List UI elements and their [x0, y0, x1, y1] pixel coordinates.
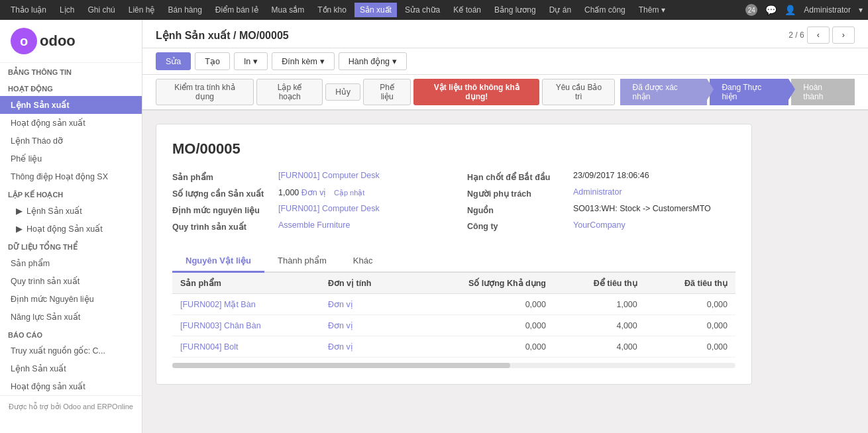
expand-icon-2: ▶ [16, 224, 23, 234]
print-button[interactable]: In ▾ [234, 52, 268, 70]
notification-badge[interactable]: 24 [745, 4, 757, 16]
sidebar-item-lenh-thao-do[interactable]: Lệnh Tháo dỡ [0, 132, 142, 150]
value-san-pham[interactable]: [FURN001] Computer Desk [278, 171, 380, 180]
label-cong-ty: Công ty [467, 220, 573, 231]
schedule-button[interactable]: Lập kế hoạch [256, 79, 323, 105]
status-step-done[interactable]: Hoàn thành [791, 79, 855, 105]
col-so-luong-kd: Số lượng Khả dụng [411, 273, 554, 294]
nav-ban-hang[interactable]: Bán hàng [162, 3, 207, 17]
materials-table: Sản phẩm Đơn vị tính Số lượng Khả dụng Đ… [172, 273, 735, 358]
next-page-button[interactable]: › [832, 26, 855, 44]
unit-link[interactable]: Đơn vị [301, 188, 327, 197]
sidebar-item-nang-luc[interactable]: Năng lực Sản xuất [0, 308, 142, 326]
table-row: [FURN004] Bolt Đơn vị 0,000 4,000 0,000 [172, 336, 735, 358]
status-step-in-progress[interactable]: Đang Thực hiện [710, 79, 788, 105]
material-unavailable-button[interactable]: Vật liệu thô không khả dụng! [413, 79, 539, 105]
label-quy-trinh: Quy trình sản xuất [172, 220, 278, 232]
nav-diem-ban-le[interactable]: Điểm bán lẻ [210, 3, 264, 17]
value-quy-trinh[interactable]: Assemble Furniture [278, 220, 350, 230]
product-link-0[interactable]: [FURN002] Mặt Bàn [180, 300, 256, 309]
sidebar-item-san-pham[interactable]: Sản phẩm [0, 254, 142, 272]
field-phu-trach: Người phụ trách Administrator [467, 187, 735, 199]
nav-cham-cong[interactable]: Chấm công [579, 3, 631, 17]
col-san-pham: Sản phẩm [172, 273, 320, 294]
available-2: 0,000 [411, 336, 554, 358]
sidebar-item-truy-xuat[interactable]: Truy xuất nguồn gốc: C... [0, 342, 142, 360]
horizontal-scrollbar[interactable] [172, 363, 735, 368]
maintenance-request-button[interactable]: Yêu cầu Bảo trì [542, 79, 615, 105]
field-dinh-muc: Định mức nguyên liệu [FURN001] Computer … [172, 204, 441, 215]
unit-link-1[interactable]: Đơn vị [328, 321, 353, 330]
sidebar-item-quy-trinh[interactable]: Quy trình sản xuất [0, 272, 142, 290]
form-left-col: Sản phẩm [FURN001] Computer Desk Số lượn… [172, 171, 441, 237]
value-dinh-muc[interactable]: [FURN001] Computer Desk [278, 204, 380, 213]
form-title: MO/00005 [172, 140, 735, 158]
product-link-2[interactable]: [FURN004] Bolt [180, 342, 239, 352]
col-de-tieu-thu: Để tiêu thụ [554, 273, 645, 294]
user-name[interactable]: Administrator [804, 5, 851, 15]
user-avatar[interactable]: 👤 [785, 5, 796, 15]
nav-ke-toan[interactable]: Kế toán [448, 3, 486, 17]
sidebar: o odoo Bảng thông tin Hoạt động Lệnh Sản… [0, 20, 142, 433]
sidebar-item-dinh-muc[interactable]: Định mức Nguyên liệu [0, 290, 142, 308]
nav-ghi-chu[interactable]: Ghi chú [82, 3, 120, 17]
nav-sua-chua[interactable]: Sửa chữa [400, 3, 445, 17]
breadcrumb: Lệnh Sản xuất / MO/00005 [156, 29, 289, 42]
tab-thanh-pham[interactable]: Thành phẩm [264, 250, 340, 273]
label-dinh-muc: Định mức nguyên liệu [172, 204, 278, 215]
sidebar-item-thong-diep[interactable]: Thông điệp Hoạt động SX [0, 168, 142, 185]
action-arrow-icon: ▾ [392, 56, 397, 66]
value-phu-trach[interactable]: Administrator [573, 187, 622, 197]
value-han-chot: 23/09/2017 18:06:46 [573, 171, 649, 180]
sidebar-item-bc-hoat-dong[interactable]: Hoạt động sản xuất [0, 377, 142, 395]
attach-button[interactable]: Đính kèm ▾ [272, 52, 335, 70]
tab-nguyen-vat-lieu[interactable]: Nguyên Vật liệu [172, 250, 264, 273]
value-so-luong[interactable]: 1,000 [278, 188, 299, 197]
nav-du-an[interactable]: Dự án [544, 3, 576, 17]
nav-lien-he[interactable]: Liên hệ [123, 3, 160, 17]
breadcrumb-parent[interactable]: Lệnh Sản xuất [156, 30, 231, 41]
scrap-button[interactable]: Phế liệu [363, 79, 411, 105]
nav-bang-luong[interactable]: Bảng lương [489, 3, 541, 17]
check-availability-button[interactable]: Kiểm tra tính khả dụng [156, 79, 254, 105]
tab-khac[interactable]: Khác [340, 250, 386, 273]
unit-link-0[interactable]: Đơn vị [328, 300, 353, 309]
nav-mua-sam[interactable]: Mua sắm [266, 3, 310, 17]
value-nguon: SO013:WH: Stock -> CustomersMTO [573, 204, 711, 213]
to-consume-0: 1,000 [554, 294, 645, 315]
sidebar-section-du-lieu: Dữ liệu Tổng thể [0, 238, 142, 254]
update-link[interactable]: Cập nhật [334, 189, 364, 197]
sidebar-item-lkh-hoat-dong[interactable]: ▶ Hoạt động Sản xuất [0, 220, 142, 238]
sidebar-section-bao-cao: Báo cáo [0, 326, 142, 342]
attach-arrow-icon: ▾ [320, 56, 325, 66]
to-consume-2: 4,000 [554, 336, 645, 358]
sidebar-item-hoat-dong-sx[interactable]: Hoạt động sản xuất [0, 114, 142, 132]
cancel-button[interactable]: Hủy [325, 83, 360, 101]
nav-san-xuat[interactable]: Sản xuất [354, 3, 397, 17]
nav-lich[interactable]: Lịch [54, 3, 80, 17]
unit-link-2[interactable]: Đơn vị [328, 342, 353, 352]
nav-them[interactable]: Thêm ▾ [633, 3, 671, 17]
edit-button[interactable]: Sửa [156, 52, 191, 70]
sidebar-section-hoat-dong: Hoạt động [0, 79, 142, 96]
label-so-luong: Số lượng cần Sản xuất [172, 187, 278, 199]
table-row: [FURN003] Chân Bàn Đơn vị 0,000 4,000 0,… [172, 315, 735, 336]
field-nguon: Nguồn SO013:WH: Stock -> CustomersMTO [467, 204, 735, 215]
user-menu-arrow[interactable]: ▾ [859, 5, 863, 15]
nav-ton-kho[interactable]: Tồn kho [312, 3, 352, 17]
expand-icon: ▶ [16, 206, 23, 216]
available-0: 0,000 [411, 294, 554, 315]
sidebar-item-bc-lenh-sx[interactable]: Lệnh Sản xuất [0, 360, 142, 377]
to-consume-1: 4,000 [554, 315, 645, 336]
create-button[interactable]: Tạo [195, 52, 230, 70]
value-cong-ty[interactable]: YourCompany [573, 220, 625, 230]
sidebar-item-lenh-san-xuat[interactable]: Lệnh Sản xuất [0, 96, 142, 114]
product-link-1[interactable]: [FURN003] Chân Bàn [180, 321, 261, 330]
chat-icon[interactable]: 💬 [765, 5, 777, 15]
status-step-confirmed[interactable]: Đã được xác nhận [620, 79, 707, 105]
sidebar-item-lkh-lenh-sx[interactable]: ▶ Lệnh Sản xuất [0, 202, 142, 220]
nav-thao-luan[interactable]: Thảo luận [5, 3, 52, 17]
action-button[interactable]: Hành động ▾ [339, 52, 407, 70]
sidebar-item-phe-lieu[interactable]: Phế liệu [0, 150, 142, 168]
prev-page-button[interactable]: ‹ [807, 26, 830, 44]
